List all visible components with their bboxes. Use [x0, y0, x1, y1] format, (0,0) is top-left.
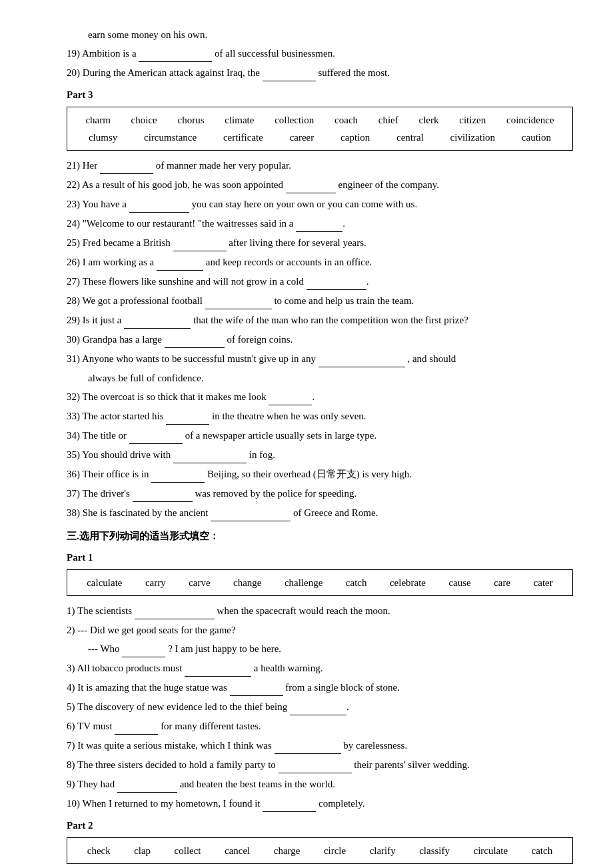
p1q4: 4) It is amazing that the huge statue wa…	[67, 679, 573, 696]
q22: 22) As a result of his good job, he was …	[67, 177, 573, 193]
p1q8: 8) The three sisters decided to hold a f…	[67, 757, 573, 773]
part3-header: Part 3	[67, 87, 573, 103]
blank-31	[318, 351, 405, 367]
q31: 31) Anyone who wants to be successful mu…	[67, 351, 573, 367]
p1q2-cont: --- Who ? I am just happy to be here.	[67, 641, 573, 657]
blank-23	[129, 196, 189, 213]
q32: 32) The overcoat is so thick that it mak…	[67, 389, 573, 405]
q31-cont: always be full of confidence.	[67, 370, 573, 386]
blank-p1q9	[117, 776, 177, 793]
blank-37	[133, 485, 193, 502]
q33: 33) The actor started his in the theatre…	[67, 408, 573, 425]
p1q3: 3) All tobacco products must a health wa…	[67, 660, 573, 677]
blank-33	[166, 408, 209, 425]
section3-header: 三.选用下列动词的适当形式填空：	[67, 528, 573, 544]
blank-24	[296, 215, 342, 232]
blank-p1q8	[279, 757, 352, 773]
blank-20	[263, 65, 316, 81]
p1q6: 6) TV must for many different tastes.	[67, 718, 573, 735]
blank-19	[139, 45, 212, 62]
p1q7: 7) It was quite a serious mistake, which…	[67, 737, 573, 754]
p1q5: 5) The discovery of new evidence led to …	[67, 699, 573, 715]
q34: 34) The title or of a newspaper article …	[67, 427, 573, 444]
part1-words: calculate carry carve change challenge c…	[75, 574, 564, 591]
part2-header: Part 2	[67, 817, 573, 833]
blank-25	[173, 235, 227, 251]
q19: 19) Ambition is a of all successful busi…	[67, 45, 573, 62]
blank-p1q7	[275, 737, 341, 754]
p1q1: 1) The scientists when the spacecraft wo…	[67, 603, 573, 619]
p1q9: 9) They had and beaten the best teams in…	[67, 776, 573, 793]
part3-words-row1: charm choice chorus climate collection c…	[75, 111, 564, 129]
blank-34	[129, 427, 183, 444]
blank-p1q2	[122, 641, 165, 657]
blank-27	[306, 273, 366, 290]
blank-p1q6	[115, 718, 158, 735]
q27: 27) These flowers like sunshine and will…	[67, 273, 573, 290]
q23: 23) You have a you can stay here on your…	[67, 196, 573, 213]
q38: 38) She is fascinated by the ancient of …	[67, 505, 573, 521]
q36: 36) Their office is in Beijing, so their…	[67, 466, 573, 483]
q37: 37) The driver's was removed by the poli…	[67, 485, 573, 502]
part2-words: check clap collect cancel charge circle …	[75, 842, 564, 859]
blank-36	[151, 466, 205, 483]
q30: 30) Grandpa has a large of foreign coins…	[67, 331, 573, 348]
q20: 20) During the American attack against I…	[67, 65, 573, 81]
part2-word-box: check clap collect cancel charge circle …	[67, 837, 573, 864]
q29: 29) Is it just a that the wife of the ma…	[67, 312, 573, 329]
blank-26	[157, 254, 203, 271]
part3-words-row2: clumsy circumstance certificate career c…	[75, 129, 564, 146]
blank-p1q5	[290, 699, 346, 715]
q24: 24) "Welcome to our restaurant! "the wai…	[67, 215, 573, 232]
q25: 25) Fred became a British after living t…	[67, 235, 573, 251]
q26: 26) I am working as a and keep records o…	[67, 254, 573, 271]
part1-header: Part 1	[67, 549, 573, 565]
blank-p1q4	[230, 679, 283, 696]
blank-35	[173, 447, 247, 463]
blank-p1q3	[185, 660, 251, 677]
intro-line: earn some money on his own.	[67, 27, 573, 43]
blank-22	[286, 177, 336, 193]
blank-21	[100, 157, 153, 174]
p1q10: 10) When I returned to my hometown, I fo…	[67, 795, 573, 812]
blank-32	[269, 389, 312, 405]
p1q2: 2) --- Did we get good seats for the gam…	[67, 622, 573, 638]
blank-28	[205, 293, 272, 309]
blank-38	[211, 505, 291, 521]
q28: 28) We got a professional football to co…	[67, 293, 573, 309]
part1-word-box: calculate carry carve change challenge c…	[67, 569, 573, 596]
blank-29	[124, 312, 191, 329]
part3-word-box: charm choice chorus climate collection c…	[67, 107, 573, 151]
blank-p1q1	[135, 603, 215, 619]
blank-p1q10	[263, 795, 316, 812]
blank-30	[165, 331, 225, 348]
q21: 21) Her of manner made her very popular.	[67, 157, 573, 174]
q35: 35) You should drive with in fog.	[67, 447, 573, 463]
